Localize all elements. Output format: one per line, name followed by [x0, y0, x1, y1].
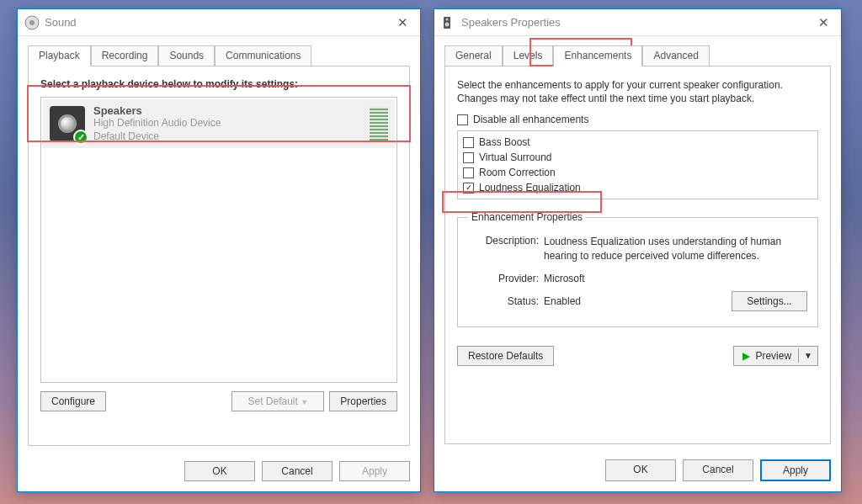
- enh-room-correction[interactable]: Room Correction: [463, 167, 812, 178]
- enh-virtual-surround[interactable]: Virtual Surround: [463, 151, 812, 163]
- disable-all-checkbox[interactable]: [457, 114, 468, 125]
- close-icon[interactable]: ✕: [812, 15, 834, 30]
- sound-dialog: Sound ✕ Playback Recording Sounds Commun…: [17, 8, 421, 492]
- device-status: Default Device: [93, 130, 364, 144]
- dialog-footer: OK Cancel Apply: [434, 453, 841, 491]
- level-meter-icon: [370, 107, 388, 141]
- tab-playback[interactable]: Playback: [28, 45, 91, 66]
- sound-icon: [24, 15, 40, 30]
- tab-communications[interactable]: Communications: [215, 45, 311, 66]
- checkbox[interactable]: [463, 183, 474, 194]
- apply-button: Apply: [339, 461, 410, 481]
- enhancement-list[interactable]: Bass Boost Virtual Surround Room Correct…: [457, 130, 818, 199]
- instruction-text: Select a playback device below to modify…: [40, 78, 397, 90]
- tab-sounds[interactable]: Sounds: [158, 45, 215, 66]
- speaker-prop-icon: [441, 15, 456, 30]
- chevron-down-icon[interactable]: ▼: [798, 348, 817, 363]
- play-icon: ▶: [734, 347, 753, 364]
- preview-button[interactable]: ▶ Preview ▼: [733, 346, 818, 366]
- properties-button[interactable]: Properties: [329, 391, 397, 411]
- chevron-down-icon: ▼: [301, 398, 308, 406]
- preview-label: Preview: [753, 347, 798, 364]
- playback-panel: Select a playback device below to modify…: [28, 66, 410, 446]
- svg-point-3: [446, 18, 449, 20]
- desc-value: Loudness Equalization uses understanding…: [544, 235, 807, 262]
- enh-label: Loudness Equalization: [479, 182, 581, 194]
- tab-advanced[interactable]: Advanced: [642, 45, 709, 66]
- enhancement-properties: Enhancement Properties Description: Loud…: [457, 211, 818, 326]
- status-label: Status:: [468, 295, 544, 307]
- device-item-speakers[interactable]: ✓ Speakers High Definition Audio Device …: [43, 99, 395, 148]
- close-icon[interactable]: ✕: [391, 15, 413, 30]
- props-legend: Enhancement Properties: [468, 211, 586, 223]
- ok-button[interactable]: OK: [184, 461, 255, 481]
- tab-strip: Playback Recording Sounds Communications: [18, 36, 420, 66]
- tab-recording[interactable]: Recording: [91, 45, 159, 66]
- apply-button[interactable]: Apply: [760, 459, 831, 481]
- tab-levels[interactable]: Levels: [503, 45, 554, 66]
- disable-all-label: Disable all enhancements: [473, 114, 588, 125]
- settings-button[interactable]: Settings...: [732, 291, 807, 311]
- instruction-text: Select the enhancements to apply for you…: [457, 78, 818, 105]
- enh-bass-boost[interactable]: Bass Boost: [463, 136, 812, 148]
- svg-point-4: [445, 22, 450, 26]
- titlebar[interactable]: Sound ✕: [18, 9, 420, 36]
- window-title: Speakers Properties: [461, 16, 812, 29]
- dialog-footer: OK Cancel Apply: [18, 454, 420, 491]
- enh-label: Room Correction: [479, 167, 556, 178]
- tab-strip: General Levels Enhancements Advanced: [434, 36, 841, 66]
- checkbox[interactable]: [463, 152, 474, 163]
- device-list[interactable]: ✓ Speakers High Definition Audio Device …: [40, 97, 397, 383]
- svg-point-1: [29, 20, 35, 25]
- tab-enhancements[interactable]: Enhancements: [553, 45, 642, 66]
- speaker-icon: ✓: [50, 106, 85, 141]
- enh-label: Bass Boost: [479, 136, 530, 148]
- device-name: Speakers: [93, 104, 364, 117]
- disable-all-row[interactable]: Disable all enhancements: [457, 114, 818, 125]
- device-driver: High Definition Audio Device: [93, 117, 364, 130]
- set-default-button: Set Default ▼: [231, 391, 324, 411]
- window-title: Sound: [45, 16, 391, 29]
- enhancements-panel: Select the enhancements to apply for you…: [444, 66, 831, 444]
- cancel-button[interactable]: Cancel: [262, 461, 333, 481]
- speaker-properties-dialog: Speakers Properties ✕ General Levels Enh…: [434, 8, 842, 492]
- titlebar[interactable]: Speakers Properties ✕: [434, 9, 841, 36]
- cancel-button[interactable]: Cancel: [683, 459, 753, 481]
- default-badge-icon: ✓: [73, 130, 88, 145]
- status-value: Enabled: [544, 295, 732, 307]
- provider-value: Microsoft: [544, 273, 807, 284]
- checkbox[interactable]: [463, 167, 474, 178]
- restore-defaults-button[interactable]: Restore Defaults: [457, 346, 554, 366]
- desc-label: Description:: [468, 235, 544, 262]
- ok-button[interactable]: OK: [605, 459, 676, 481]
- checkbox[interactable]: [463, 137, 474, 148]
- enh-label: Virtual Surround: [479, 151, 552, 163]
- provider-label: Provider:: [468, 273, 544, 284]
- enh-loudness-equalization[interactable]: Loudness Equalization: [463, 182, 812, 194]
- tab-general[interactable]: General: [444, 45, 503, 66]
- configure-button[interactable]: Configure: [40, 391, 106, 411]
